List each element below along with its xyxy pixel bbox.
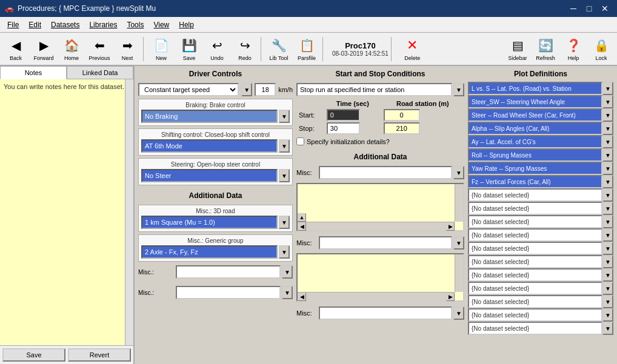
scroll-right-btn-1[interactable]: ▶ xyxy=(446,222,455,231)
speed-mode-dropdown-btn[interactable]: ▼ xyxy=(241,83,252,96)
sidebar-button[interactable]: ▤ Sidebar xyxy=(504,35,531,64)
plot-item-13[interactable]: {No dataset selected} xyxy=(468,255,602,268)
misc-3d-dropdown-btn[interactable]: ▼ xyxy=(279,216,290,229)
plot-dropdown-btn-13[interactable]: ▼ xyxy=(602,255,613,268)
tab-notes[interactable]: Notes xyxy=(0,66,67,79)
plot-item-14[interactable]: {No dataset selected} xyxy=(468,268,602,282)
misc2-dropdown[interactable] xyxy=(319,236,452,250)
misc4-dropdown-btn[interactable]: ▼ xyxy=(282,286,293,299)
plot-dropdown-btn-17[interactable]: ▼ xyxy=(602,308,613,322)
plot-dropdown-btn-11[interactable]: ▼ xyxy=(602,228,613,242)
refresh-button[interactable]: 🔄 Refresh xyxy=(532,35,559,64)
specify-checkbox[interactable] xyxy=(296,137,304,145)
menu-edit[interactable]: Edit xyxy=(24,19,46,31)
menu-help[interactable]: Help xyxy=(174,19,199,31)
plot-dropdown-btn-0[interactable]: ▼ xyxy=(602,82,613,95)
shifting-dropdown-btn[interactable]: ▼ xyxy=(279,139,290,153)
plot-dropdown-btn-4[interactable]: ▼ xyxy=(602,135,613,148)
misc-generic-dropdown[interactable]: 2 Axle - Fx, Fy, Fz xyxy=(141,245,278,259)
plot-item-10[interactable]: {No dataset selected} xyxy=(468,215,602,228)
plot-item-1[interactable]: Steer_SW -- Steering Wheel Angle xyxy=(468,95,602,108)
plot-item-4[interactable]: Ay -- Lat. Accel. of CG's xyxy=(468,135,602,148)
stop-condition-btn[interactable]: ▼ xyxy=(453,83,464,96)
plot-item-9[interactable]: {No dataset selected} xyxy=(468,202,602,215)
stop-time-input[interactable] xyxy=(327,122,360,134)
plot-dropdown-btn-14[interactable]: ▼ xyxy=(602,268,613,282)
help-button[interactable]: ❓ Help xyxy=(560,35,587,64)
misc3-ss-dropdown-btn[interactable]: ▼ xyxy=(453,306,464,320)
speed-mode-dropdown[interactable]: Constant target speed xyxy=(138,83,239,96)
plot-item-12[interactable]: {No dataset selected} xyxy=(468,242,602,255)
parsfile-button[interactable]: 📋 Parsfile xyxy=(293,35,320,64)
delete-button[interactable]: ✕ Delete xyxy=(396,35,429,64)
plot-dropdown-btn-10[interactable]: ▼ xyxy=(602,215,613,228)
plot-dropdown-btn-6[interactable]: ▼ xyxy=(602,162,613,175)
scroll-v-1[interactable] xyxy=(455,184,463,222)
plot-item-8[interactable]: {No dataset selected} xyxy=(468,188,602,202)
menu-datasets[interactable]: Datasets xyxy=(46,19,84,31)
misc-dropdown[interactable] xyxy=(319,166,452,179)
maximize-button[interactable]: □ xyxy=(582,1,596,16)
plot-item-0[interactable]: L vs. S -- Lat. Pos. (Road) vs. Station xyxy=(468,82,602,95)
back-button[interactable]: ◀ Back xyxy=(2,35,29,64)
plot-dropdown-btn-7[interactable]: ▼ xyxy=(602,175,613,188)
scroll-left-btn-1[interactable]: ◀ xyxy=(298,222,306,231)
close-button[interactable]: ✕ xyxy=(598,1,612,16)
start-road-input[interactable] xyxy=(384,109,420,121)
braking-dropdown[interactable]: No Braking xyxy=(141,110,278,123)
plot-dropdown-btn-5[interactable]: ▼ xyxy=(602,148,613,162)
plot-item-7[interactable]: Fz -- Vertical Forces (Car, All) xyxy=(468,175,602,188)
speed-value-input[interactable] xyxy=(255,83,276,96)
plot-item-17[interactable]: {No dataset selected} xyxy=(468,308,602,322)
home-button[interactable]: 🏠 Home xyxy=(58,35,85,64)
steering-dropdown[interactable]: No Steer xyxy=(141,169,278,182)
scroll-right-btn-2[interactable]: ▶ xyxy=(446,293,455,301)
plot-item-15[interactable]: {No dataset selected} xyxy=(468,282,602,295)
plot-dropdown-btn-12[interactable]: ▼ xyxy=(602,242,613,255)
tab-linked-data[interactable]: Linked Data xyxy=(67,66,133,79)
plot-item-5[interactable]: Roll -- Sprung Masses xyxy=(468,148,602,162)
scroll-left-btn-2[interactable]: ◀ xyxy=(298,293,306,301)
undo-button[interactable]: ↩ Undo xyxy=(204,35,230,64)
plot-item-3[interactable]: Alpha -- Slip Angles (Car, All) xyxy=(468,122,602,135)
menu-file[interactable]: File xyxy=(2,19,24,31)
forward-button[interactable]: ▶ Forward xyxy=(30,35,57,64)
scroll-up-btn-1[interactable]: ▲ xyxy=(298,213,306,222)
stop-condition-dropdown[interactable]: Stop run at specified time or station xyxy=(296,83,452,96)
plot-item-18[interactable]: {No dataset selected} xyxy=(468,322,602,335)
stop-road-input[interactable] xyxy=(384,122,420,134)
new-button[interactable]: 📄 New xyxy=(148,35,175,64)
plot-item-6[interactable]: Yaw Rate -- Sprung Masses xyxy=(468,162,602,175)
lock-button[interactable]: 🔒 Lock xyxy=(588,35,615,64)
redo-button[interactable]: ↪ Redo xyxy=(232,35,258,64)
plot-dropdown-btn-16[interactable]: ▼ xyxy=(602,295,613,308)
misc3-dropdown-btn[interactable]: ▼ xyxy=(282,265,293,279)
menu-view[interactable]: View xyxy=(148,19,174,31)
scroll-track-h-1[interactable] xyxy=(306,222,446,231)
steering-dropdown-btn[interactable]: ▼ xyxy=(279,169,290,182)
next-button[interactable]: ➡ Next xyxy=(114,35,141,64)
notes-revert-button[interactable]: Revert xyxy=(68,348,131,362)
previous-button[interactable]: ⬅ Previous xyxy=(86,35,113,64)
misc2-dropdown-btn[interactable]: ▼ xyxy=(453,236,464,250)
plot-dropdown-btn-18[interactable]: ▼ xyxy=(602,322,613,335)
menu-libraries[interactable]: Libraries xyxy=(84,19,122,31)
misc3-ss-dropdown[interactable] xyxy=(319,306,452,320)
plot-dropdown-btn-1[interactable]: ▼ xyxy=(602,95,613,108)
scroll-v-2[interactable] xyxy=(455,254,463,292)
notes-save-button[interactable]: Save xyxy=(2,348,65,362)
braking-dropdown-btn[interactable]: ▼ xyxy=(279,110,290,123)
misc4-dropdown[interactable] xyxy=(176,286,281,299)
plot-dropdown-btn-3[interactable]: ▼ xyxy=(602,122,613,135)
menu-tools[interactable]: Tools xyxy=(122,19,148,31)
plot-dropdown-btn-8[interactable]: ▼ xyxy=(602,188,613,202)
misc-dropdown-btn[interactable]: ▼ xyxy=(453,166,464,179)
save-button[interactable]: 💾 Save xyxy=(176,35,202,64)
notes-scrollbar[interactable] xyxy=(125,79,133,345)
misc-3d-dropdown[interactable]: 1 km Square (Mu = 1.0) xyxy=(141,216,278,229)
plot-item-2[interactable]: Steer -- Road Wheel Steer (Car, Front) xyxy=(468,108,602,122)
plot-item-16[interactable]: {No dataset selected} xyxy=(468,295,602,308)
misc3-dropdown[interactable] xyxy=(176,265,281,279)
plot-item-11[interactable]: {No dataset selected} xyxy=(468,228,602,242)
scroll-track-h-2[interactable] xyxy=(306,293,446,301)
